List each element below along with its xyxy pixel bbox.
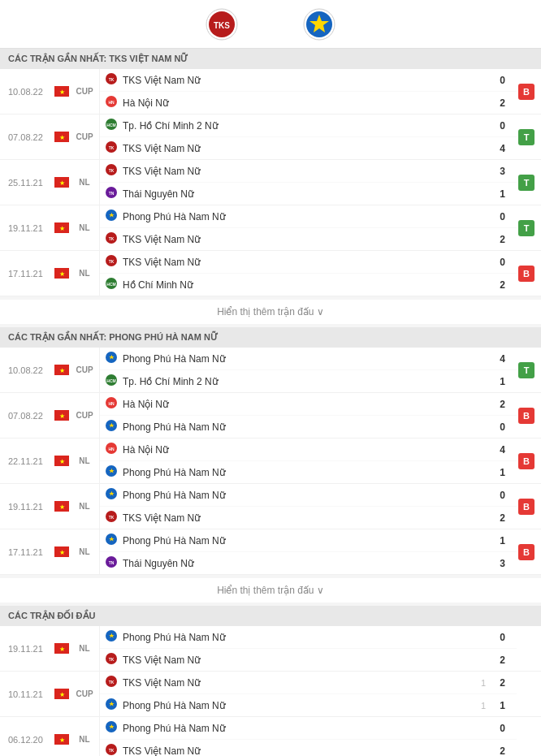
svg-text:TKS: TKS xyxy=(214,21,230,30)
team-name: Phong Phú Hà Nam Nữ xyxy=(123,490,473,501)
match-left-info: 25.11.21 ★ NL xyxy=(0,160,99,205)
flag-icon: ★ xyxy=(54,177,69,188)
team-line: Phong Phú Hà Nam Nữ 0 xyxy=(100,717,517,740)
team-icon: HCM xyxy=(105,118,118,133)
result-badge-container: B xyxy=(517,69,541,114)
match-content: Phong Phú Hà Nam Nữ 4 HCM Tp. Hồ Chí Min… xyxy=(99,348,517,392)
match-type-label: NL xyxy=(73,456,96,465)
flag-icon: ★ xyxy=(54,410,69,421)
match-left-info: 10.11.21 ★ CUP xyxy=(0,672,99,716)
flag-icon: ★ xyxy=(54,501,69,512)
result-badge-container xyxy=(517,672,541,716)
match-content: Phong Phú Hà Nam Nữ 0 TK TKS Việt Nam Nữ… xyxy=(99,626,517,671)
match-left-info: 19.11.21 ★ NL xyxy=(0,205,99,250)
team-icon xyxy=(105,464,118,480)
match-type-label: CUP xyxy=(73,132,96,141)
team-line: HCM Hồ Chí Minh Nữ 2 xyxy=(100,274,517,296)
team-score: 4 xyxy=(489,444,505,456)
svg-text:TK: TK xyxy=(109,657,115,662)
team-score: 0 xyxy=(489,421,505,433)
team-name: Phong Phú Hà Nam Nữ xyxy=(123,632,473,643)
team-icon: TK xyxy=(105,231,118,247)
match-date-label: 22.11.21 xyxy=(8,456,50,466)
team-name: TKS Việt Nam Nữ xyxy=(123,654,473,666)
show-more-text: Hiển thị thêm trận đấu ∨ xyxy=(217,585,324,596)
match-date-label: 10.11.21 xyxy=(8,689,50,699)
team-name: Phong Phú Hà Nam Nữ xyxy=(123,353,473,365)
match-content: HCM Tp. Hồ Chí Minh 2 Nữ 0 TK TKS Việt N… xyxy=(99,114,517,159)
team-icon xyxy=(105,487,118,503)
team-icon: TK xyxy=(105,675,118,690)
result-badge: B xyxy=(518,453,535,469)
svg-text:TK: TK xyxy=(109,77,115,82)
team-line: HN Hà Nội Nữ 2 xyxy=(100,92,517,114)
match-date-label: 25.11.21 xyxy=(8,178,50,188)
team-name: Hà Nội Nữ xyxy=(123,444,473,456)
team-score: 1 xyxy=(489,376,505,387)
team-score: 2 xyxy=(489,97,505,109)
svg-text:TK: TK xyxy=(109,680,115,685)
result-badge: B xyxy=(518,544,535,560)
team-line: TK TKS Việt Nam Nữ 2 xyxy=(100,649,517,671)
team-name: Phong Phú Hà Nam Nữ xyxy=(123,700,473,711)
team-score: 2 xyxy=(489,677,505,689)
result-badge: T xyxy=(518,175,535,191)
team-score: 0 xyxy=(489,490,505,501)
match-date-label: 06.12.20 xyxy=(8,735,50,745)
match-entry: 07.08.22 ★ CUP HN Hà Nội Nữ 2 Phong Phú … xyxy=(0,393,541,438)
result-badge: T xyxy=(518,220,535,236)
team-name: Phong Phú Hà Nam Nữ xyxy=(123,723,473,734)
show-more-phongphu[interactable]: Hiển thị thêm trận đấu ∨ xyxy=(0,578,541,603)
team-score: 0 xyxy=(489,120,505,132)
team-line: TK TKS Việt Nam Nữ 2 xyxy=(100,507,517,529)
team2-logo xyxy=(303,8,335,43)
team-icon: TK xyxy=(105,163,118,179)
match-entry: 06.12.20 ★ NL Phong Phú Hà Nam Nữ 0 TK T… xyxy=(0,717,541,756)
match-date-label: 10.08.22 xyxy=(8,87,50,97)
result-badge: B xyxy=(518,266,535,282)
svg-text:TK: TK xyxy=(109,515,115,520)
team-icon: TK xyxy=(105,140,118,156)
match-type-label: CUP xyxy=(73,411,96,420)
svg-text:TK: TK xyxy=(109,236,115,241)
show-more-tks[interactable]: Hiển thị thêm trận đấu ∨ xyxy=(0,300,541,324)
team-icon: HN xyxy=(105,442,118,457)
result-badge-container: B xyxy=(517,393,541,438)
match-type-label: CUP xyxy=(73,365,96,374)
result-badge-container: B xyxy=(517,251,541,296)
team-name: Hà Nội Nữ xyxy=(123,399,473,410)
result-badge: T xyxy=(518,362,535,378)
team-name: Hồ Chí Minh Nữ xyxy=(123,279,473,291)
team-score: 3 xyxy=(489,166,505,177)
team-score: 1 xyxy=(489,700,505,711)
sections-container: CÁC TRẬN GẦN NHẤT: TKS VIỆT NAM NỮ 10.08… xyxy=(0,49,541,756)
team-score: 4 xyxy=(489,353,505,365)
result-badge-container: B xyxy=(517,438,541,483)
team-name: Phong Phú Hà Nam Nữ xyxy=(123,421,473,433)
team-line: Phong Phú Hà Nam Nữ 0 xyxy=(100,626,517,649)
match-entry: 10.08.22 ★ CUP TK TKS Việt Nam Nữ 0 HN H… xyxy=(0,69,541,114)
result-badge: B xyxy=(518,499,535,515)
match-group-h2h: 19.11.21 ★ NL Phong Phú Hà Nam Nữ 0 TK T… xyxy=(0,626,541,756)
team-line: TN Thái Nguyên Nữ 1 xyxy=(100,183,517,205)
svg-text:TK: TK xyxy=(109,168,115,173)
team-line: TK TKS Việt Nam Nữ 0 xyxy=(100,251,517,274)
team-name: TKS Việt Nam Nữ xyxy=(123,143,473,154)
match-header: TKS xyxy=(0,0,541,49)
match-left-info: 22.11.21 ★ NL xyxy=(0,438,99,483)
team-name: Hà Nội Nữ xyxy=(123,97,473,109)
svg-text:TN: TN xyxy=(109,560,115,565)
svg-text:TK: TK xyxy=(109,145,115,150)
team-line: TK TKS Việt Nam Nữ 0 xyxy=(100,69,517,92)
team-score: 0 xyxy=(489,632,505,643)
team-name: Phong Phú Hà Nam Nữ xyxy=(123,467,473,478)
show-more-text: Hiển thị thêm trận đấu ∨ xyxy=(217,306,324,318)
match-type-label: CUP xyxy=(73,689,96,698)
match-entry: 25.11.21 ★ NL TK TKS Việt Nam Nữ 3 TN Th… xyxy=(0,160,541,205)
match-type-label: NL xyxy=(73,178,96,187)
match-type-label: NL xyxy=(73,269,96,278)
match-entry: 17.11.21 ★ NL Phong Phú Hà Nam Nữ 1 TN T… xyxy=(0,529,541,575)
team-score: 0 xyxy=(489,257,505,268)
team-score: 4 xyxy=(489,143,505,154)
team-line: TK TKS Việt Nam Nữ 2 xyxy=(100,228,517,250)
